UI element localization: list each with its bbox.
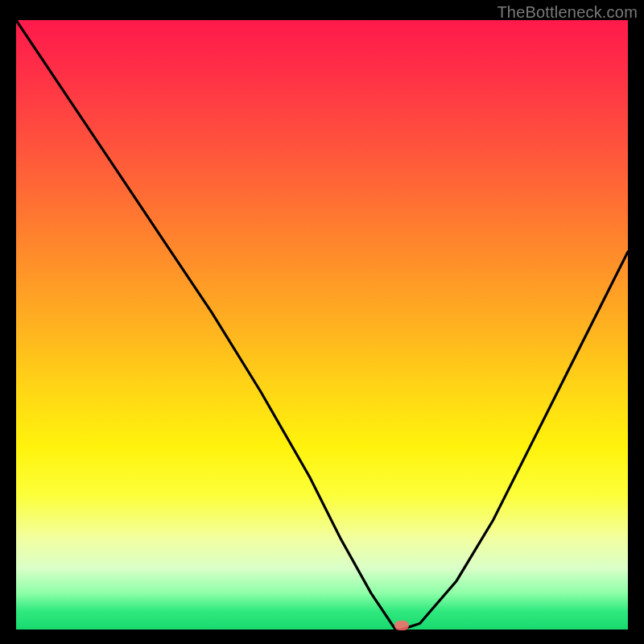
optimal-point-marker — [394, 621, 409, 630]
plot-area — [16, 20, 628, 630]
bottleneck-curve-path — [16, 20, 628, 630]
curve-layer — [16, 20, 628, 630]
watermark-text: TheBottleneck.com — [497, 3, 638, 22]
chart-frame: TheBottleneck.com — [0, 0, 644, 644]
